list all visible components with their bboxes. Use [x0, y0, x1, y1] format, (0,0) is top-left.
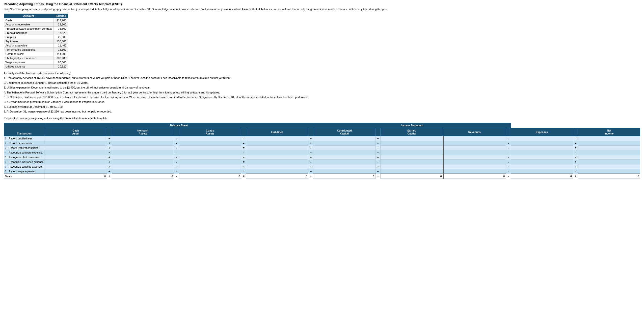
fset-contra-input[interactable]	[179, 155, 241, 159]
fset-contra-cell[interactable]	[179, 141, 241, 145]
fset-cash-input[interactable]	[45, 160, 107, 164]
fset-ni-input[interactable]	[578, 169, 640, 173]
fset-noncash-cell[interactable]	[112, 136, 174, 141]
fset-contrib-input[interactable]	[313, 141, 375, 145]
fset-exp-input[interactable]	[511, 160, 573, 164]
fset-rev-cell[interactable]	[443, 159, 506, 164]
fset-liab-cell[interactable]	[246, 141, 308, 145]
fset-rev-input[interactable]	[444, 136, 506, 141]
fset-cash-input[interactable]	[45, 150, 107, 155]
fset-contrib-input[interactable]	[313, 146, 375, 150]
fset-contra-cell[interactable]	[179, 164, 241, 169]
fset-contrib-cell[interactable]	[313, 159, 376, 164]
fset-earned-input[interactable]	[381, 164, 443, 169]
fset-earned-cell[interactable]	[380, 145, 443, 150]
fset-ni-cell[interactable]	[578, 136, 640, 141]
fset-contra-cell[interactable]	[179, 159, 241, 164]
fset-contrib-cell[interactable]	[313, 164, 376, 169]
fset-noncash-input[interactable]	[112, 136, 174, 141]
fset-cash-input[interactable]	[45, 141, 107, 145]
fset-noncash-input[interactable]	[112, 169, 174, 173]
fset-cash-input[interactable]	[45, 136, 107, 141]
fset-noncash-input[interactable]	[112, 141, 174, 145]
fset-contrib-input[interactable]	[313, 136, 375, 141]
fset-liab-input[interactable]	[246, 164, 308, 169]
fset-liab-input[interactable]	[246, 136, 308, 141]
fset-noncash-cell[interactable]	[112, 169, 174, 174]
fset-liab-cell[interactable]	[246, 164, 308, 169]
fset-liab-cell[interactable]	[246, 150, 308, 155]
fset-rev-input[interactable]	[444, 160, 506, 164]
fset-liab-cell[interactable]	[246, 159, 308, 164]
fset-rev-input[interactable]	[444, 150, 506, 155]
fset-cash-cell[interactable]	[44, 150, 107, 155]
fset-noncash-input[interactable]	[112, 160, 174, 164]
fset-ni-cell[interactable]	[578, 155, 640, 159]
fset-cash-cell[interactable]	[44, 159, 107, 164]
fset-noncash-cell[interactable]	[112, 164, 174, 169]
fset-liab-cell[interactable]	[246, 145, 308, 150]
fset-contrib-cell[interactable]	[313, 155, 376, 159]
fset-exp-cell[interactable]	[511, 164, 573, 169]
fset-exp-cell[interactable]	[511, 155, 573, 159]
fset-contrib-cell[interactable]	[313, 145, 376, 150]
fset-rev-cell[interactable]	[443, 164, 506, 169]
fset-rev-input[interactable]	[444, 164, 506, 169]
fset-noncash-input[interactable]	[112, 150, 174, 155]
fset-cash-input[interactable]	[45, 146, 107, 150]
fset-exp-input[interactable]	[511, 141, 573, 145]
fset-exp-input[interactable]	[511, 169, 573, 173]
fset-liab-input[interactable]	[246, 141, 308, 145]
fset-liab-cell[interactable]	[246, 169, 308, 174]
fset-liab-input[interactable]	[246, 169, 308, 173]
fset-contra-cell[interactable]	[179, 150, 241, 155]
fset-contra-cell[interactable]	[179, 145, 241, 150]
fset-exp-cell[interactable]	[511, 141, 573, 145]
fset-contrib-cell[interactable]	[313, 169, 376, 174]
fset-cash-cell[interactable]	[44, 145, 107, 150]
fset-exp-input[interactable]	[511, 136, 573, 141]
fset-contra-cell[interactable]	[179, 136, 241, 141]
fset-exp-input[interactable]	[511, 146, 573, 150]
fset-ni-input[interactable]	[578, 160, 640, 164]
fset-liab-input[interactable]	[246, 146, 308, 150]
fset-cash-cell[interactable]	[44, 164, 107, 169]
fset-exp-input[interactable]	[511, 150, 573, 155]
fset-contra-input[interactable]	[179, 169, 241, 173]
fset-contra-input[interactable]	[179, 146, 241, 150]
fset-rev-input[interactable]	[444, 155, 506, 159]
fset-noncash-input[interactable]	[112, 155, 174, 159]
fset-ni-cell[interactable]	[578, 145, 640, 150]
fset-ni-input[interactable]	[578, 164, 640, 169]
fset-exp-cell[interactable]	[511, 145, 573, 150]
fset-earned-input[interactable]	[381, 160, 443, 164]
fset-earned-input[interactable]	[381, 169, 443, 173]
fset-contra-input[interactable]	[179, 164, 241, 169]
fset-ni-cell[interactable]	[578, 141, 640, 145]
fset-noncash-cell[interactable]	[112, 150, 174, 155]
fset-rev-cell[interactable]	[443, 141, 506, 145]
fset-noncash-cell[interactable]	[112, 145, 174, 150]
fset-exp-cell[interactable]	[511, 136, 573, 141]
fset-cash-input[interactable]	[45, 169, 107, 173]
fset-contra-input[interactable]	[179, 160, 241, 164]
fset-liab-cell[interactable]	[246, 155, 308, 159]
fset-contrib-cell[interactable]	[313, 136, 376, 141]
fset-cash-cell[interactable]	[44, 141, 107, 145]
fset-earned-input[interactable]	[381, 150, 443, 155]
fset-earned-cell[interactable]	[380, 159, 443, 164]
fset-exp-cell[interactable]	[511, 159, 573, 164]
fset-earned-cell[interactable]	[380, 169, 443, 174]
fset-cash-input[interactable]	[45, 164, 107, 169]
fset-contrib-input[interactable]	[313, 150, 375, 155]
fset-noncash-input[interactable]	[112, 164, 174, 169]
fset-noncash-cell[interactable]	[112, 141, 174, 145]
fset-earned-input[interactable]	[381, 136, 443, 141]
fset-exp-cell[interactable]	[511, 150, 573, 155]
fset-earned-cell[interactable]	[380, 150, 443, 155]
fset-ni-input[interactable]	[578, 141, 640, 145]
fset-rev-cell[interactable]	[443, 136, 506, 141]
fset-earned-input[interactable]	[381, 155, 443, 159]
fset-exp-cell[interactable]	[511, 169, 573, 174]
fset-cash-cell[interactable]	[44, 155, 107, 159]
